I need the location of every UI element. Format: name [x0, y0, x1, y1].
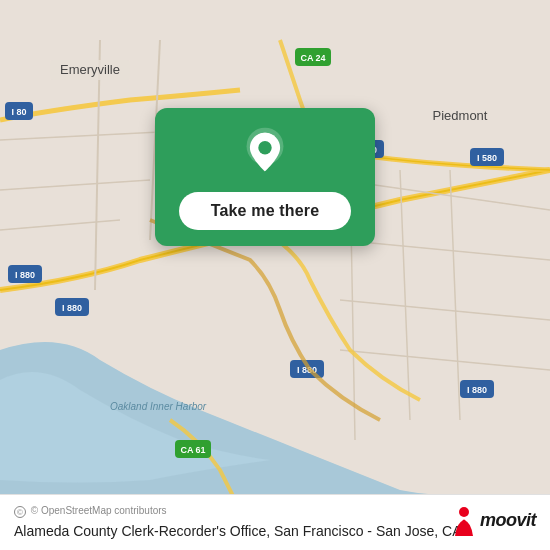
svg-text:I 80: I 80: [11, 107, 26, 117]
svg-point-40: [258, 141, 271, 154]
map-background: I 880 I 880 I 880 I 880 I 580 I 580 I 58…: [0, 0, 550, 550]
svg-text:I 880: I 880: [62, 303, 82, 313]
svg-text:CA 61: CA 61: [180, 445, 205, 455]
take-me-there-button[interactable]: Take me there: [179, 192, 352, 230]
svg-text:I 880: I 880: [467, 385, 487, 395]
location-pin-icon: [239, 126, 291, 178]
moovit-logo: moovit: [450, 504, 536, 536]
moovit-person-icon: [450, 504, 478, 536]
svg-text:Oakland Inner Harbor: Oakland Inner Harbor: [110, 401, 207, 412]
location-card: Take me there: [155, 108, 375, 246]
map-container: I 880 I 880 I 880 I 880 I 580 I 580 I 58…: [0, 0, 550, 550]
svg-point-41: [459, 507, 469, 517]
copyright-icon: ©: [14, 506, 26, 518]
svg-text:I 880: I 880: [15, 270, 35, 280]
moovit-text: moovit: [480, 510, 536, 531]
attribution-label: © OpenStreetMap contributors: [31, 505, 167, 516]
svg-text:Emeryville: Emeryville: [60, 62, 120, 77]
svg-text:Piedmont: Piedmont: [433, 108, 488, 123]
svg-text:CA 24: CA 24: [300, 53, 325, 63]
svg-text:I 580: I 580: [477, 153, 497, 163]
